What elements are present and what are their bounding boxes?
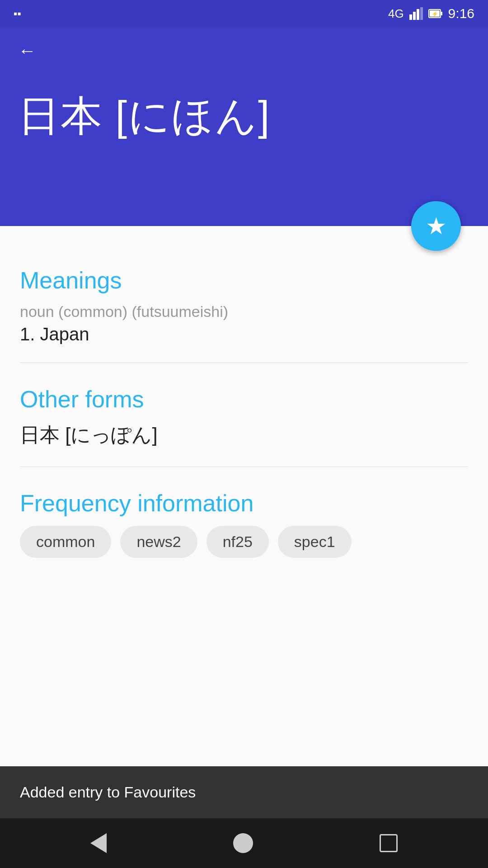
star-icon: ★	[426, 212, 447, 240]
meanings-title: Meanings	[20, 267, 468, 294]
signal-icon	[409, 7, 423, 20]
svg-rect-2	[417, 9, 419, 20]
favourite-fab[interactable]: ★	[411, 201, 461, 251]
meaning-text: Japan	[40, 324, 89, 344]
nav-back-button[interactable]	[90, 833, 107, 853]
snackbar-message: Added entry to Favourites	[20, 783, 196, 801]
divider-2	[20, 467, 468, 467]
svg-rect-1	[413, 12, 416, 20]
word-title: 日本 [にほん]	[18, 88, 470, 144]
frequency-tags: common news2 nf25 spec1	[20, 526, 468, 558]
tag-news2: news2	[120, 526, 197, 558]
meaning-item-1: 1. Japan	[20, 324, 468, 344]
battery-icon: ⚡	[428, 7, 443, 20]
tag-nf25: nf25	[206, 526, 269, 558]
divider-1	[20, 363, 468, 363]
meaning-number: 1.	[20, 324, 40, 344]
other-form-item-1: 日本 [にっぽん]	[20, 422, 468, 448]
recents-nav-icon	[380, 834, 398, 852]
svg-rect-0	[409, 14, 412, 20]
content-area: Meanings noun (common) (futsuumeishi) 1.…	[0, 226, 488, 766]
back-nav-icon	[90, 833, 107, 853]
sim-icon: ▪▪	[14, 7, 21, 20]
svg-rect-3	[420, 7, 423, 20]
header: ← 日本 [にほん] ★	[0, 27, 488, 226]
nav-home-button[interactable]	[233, 833, 253, 853]
nav-recents-button[interactable]	[380, 834, 398, 852]
tag-common: common	[20, 526, 111, 558]
time-label: 9:16	[448, 6, 474, 21]
frequency-info-title: Frequency information	[20, 490, 468, 517]
tag-spec1: spec1	[278, 526, 352, 558]
snackbar: Added entry to Favourites	[0, 766, 488, 818]
pos-label: noun (common) (futsuumeishi)	[20, 303, 468, 321]
other-forms-title: Other forms	[20, 386, 468, 413]
home-nav-icon	[233, 833, 253, 853]
back-button[interactable]: ←	[18, 41, 45, 61]
svg-rect-5	[441, 12, 442, 15]
svg-text:⚡: ⚡	[432, 10, 438, 17]
status-bar: ▪▪ 4G ⚡ 9:16	[0, 0, 488, 27]
nav-bar	[0, 818, 488, 868]
network-label: 4G	[388, 7, 404, 21]
